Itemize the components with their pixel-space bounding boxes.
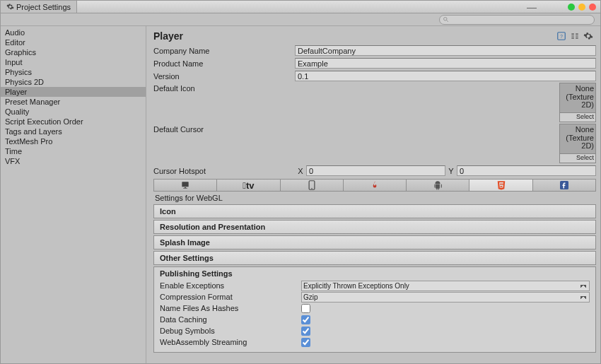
compression-label: Compression Format xyxy=(160,293,301,301)
debug-symbols-checkbox[interactable] xyxy=(301,327,310,336)
wasm-streaming-checkbox[interactable] xyxy=(301,338,310,347)
minimize-indicator: — xyxy=(527,1,537,13)
publishing-title: Publishing Settings xyxy=(154,269,595,280)
sidebar-item-textmeshpro[interactable]: TextMesh Pro xyxy=(1,136,146,146)
settings-for-label: Settings for WebGL xyxy=(146,192,600,204)
name-files-checkbox[interactable] xyxy=(301,304,310,313)
sidebar-item-physics2d[interactable]: Physics 2D xyxy=(1,77,146,87)
enable-exceptions-select[interactable]: Explicitly Thrown Exceptions Only xyxy=(301,281,590,291)
phone-icon xyxy=(308,180,315,190)
svg-rect-4 xyxy=(182,182,188,187)
svg-rect-5 xyxy=(185,187,186,188)
company-name-field[interactable] xyxy=(295,45,596,56)
tab-ios[interactable] xyxy=(281,180,344,191)
default-cursor-slot[interactable]: None (Texture 2D) Select xyxy=(559,124,596,163)
html5-icon xyxy=(496,180,506,190)
foldouts: Icon Resolution and Presentation Splash … xyxy=(146,204,600,357)
texture-none-text: None (Texture 2D) xyxy=(560,83,595,112)
cursor-x-label: X xyxy=(295,167,306,175)
default-icon-label: Default Icon xyxy=(153,83,295,93)
sidebar-item-player[interactable]: Player xyxy=(1,87,146,97)
panel-header: Player ? xyxy=(146,26,600,45)
sidebar-item-input[interactable]: Input xyxy=(1,57,146,67)
tab-apple-tv[interactable]: tv xyxy=(217,180,280,191)
page-title: Player xyxy=(153,30,183,42)
sidebar-item-audio[interactable]: Audio xyxy=(1,28,146,37)
default-icon-slot[interactable]: None (Texture 2D) Select xyxy=(559,83,596,122)
select-texture-button[interactable]: Select xyxy=(560,112,595,122)
sidebar-item-script-exec[interactable]: Script Execution Order xyxy=(1,117,146,127)
maximize-button[interactable] xyxy=(578,4,585,11)
cursor-y-field[interactable] xyxy=(457,165,596,176)
search-input[interactable] xyxy=(439,15,595,25)
minimize-button[interactable] xyxy=(568,4,575,11)
version-label: Version xyxy=(153,72,295,81)
search-icon xyxy=(443,16,449,23)
window-title: Project Settings xyxy=(16,3,71,11)
data-caching-label: Data Caching xyxy=(160,315,301,324)
compression-select[interactable]: Gzip xyxy=(301,292,590,303)
svg-point-0 xyxy=(444,18,448,21)
sidebar: Audio Editor Graphics Input Physics Phys… xyxy=(1,26,146,363)
product-name-label: Product Name xyxy=(153,59,295,68)
foldout-other[interactable]: Other Settings xyxy=(153,251,596,265)
cursor-y-label: Y xyxy=(445,167,457,175)
window-tab[interactable]: Project Settings xyxy=(1,1,77,13)
player-fields: Company Name Product Name Version Defaul… xyxy=(146,45,600,177)
select-texture-button[interactable]: Select xyxy=(560,153,595,163)
company-name-label: Company Name xyxy=(153,47,295,55)
foldout-resolution[interactable]: Resolution and Presentation xyxy=(153,220,596,234)
main-panel: Player ? Company Name Product Name Ver xyxy=(146,26,600,363)
titlebar: Project Settings — xyxy=(1,1,600,13)
tab-fire[interactable] xyxy=(344,180,407,191)
close-button[interactable] xyxy=(589,4,596,11)
svg-line-1 xyxy=(447,20,448,22)
texture-none-text: None (Texture 2D) xyxy=(560,124,595,153)
platform-tabs: tv xyxy=(153,179,596,192)
svg-point-8 xyxy=(311,188,313,189)
svg-text:?: ? xyxy=(560,34,563,39)
name-files-label: Name Files As Hashes xyxy=(160,304,301,312)
fire-icon xyxy=(370,180,380,190)
sidebar-item-quality[interactable]: Quality xyxy=(1,107,146,117)
publishing-settings: Publishing Settings Enable Exceptions Ex… xyxy=(153,266,596,353)
sidebar-item-tags-layers[interactable]: Tags and Layers xyxy=(1,127,146,136)
product-name-field[interactable] xyxy=(295,58,596,69)
tab-facebook[interactable] xyxy=(533,180,595,191)
data-caching-checkbox[interactable] xyxy=(301,315,310,324)
sidebar-item-graphics[interactable]: Graphics xyxy=(1,47,146,57)
cursor-x-field[interactable] xyxy=(306,165,445,176)
presets-icon[interactable] xyxy=(569,31,580,42)
settings-gear-icon[interactable] xyxy=(583,31,593,42)
default-cursor-label: Default Cursor xyxy=(153,124,295,134)
traffic-lights xyxy=(568,4,596,11)
foldout-splash[interactable]: Splash Image xyxy=(153,235,596,249)
tab-webgl[interactable] xyxy=(469,180,532,191)
debug-symbols-label: Debug Symbols xyxy=(160,327,301,335)
svg-rect-6 xyxy=(183,188,187,189)
cursor-hotspot-label: Cursor Hotspot xyxy=(153,167,295,175)
content: Audio Editor Graphics Input Physics Phys… xyxy=(1,26,600,363)
sidebar-item-vfx[interactable]: VFX xyxy=(1,156,146,166)
monitor-icon xyxy=(180,180,190,190)
project-settings-window: Project Settings — Audio Editor Graphics… xyxy=(0,0,601,364)
sidebar-item-editor[interactable]: Editor xyxy=(1,37,146,47)
sidebar-item-physics[interactable]: Physics xyxy=(1,67,146,77)
tab-android[interactable] xyxy=(407,180,469,191)
foldout-icon[interactable]: Icon xyxy=(153,204,596,218)
android-icon xyxy=(433,180,443,190)
sidebar-item-time[interactable]: Time xyxy=(1,146,146,156)
sidebar-item-preset-manager[interactable]: Preset Manager xyxy=(1,97,146,107)
version-field[interactable] xyxy=(295,71,596,81)
enable-exceptions-label: Enable Exceptions xyxy=(160,281,301,290)
search-field[interactable] xyxy=(449,15,591,24)
toolbar xyxy=(1,13,600,26)
apple-tv-icon: tv xyxy=(243,180,254,191)
help-icon[interactable]: ? xyxy=(556,31,566,42)
tab-standalone[interactable] xyxy=(154,180,217,191)
facebook-icon xyxy=(560,181,568,189)
wasm-streaming-label: WebAssembly Streaming xyxy=(160,338,301,346)
gear-icon xyxy=(6,3,14,11)
